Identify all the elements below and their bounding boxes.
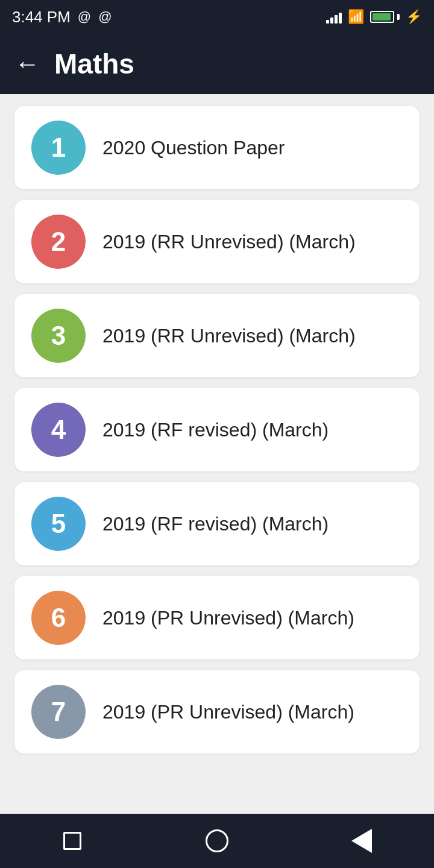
list-item[interactable]: 52019 (RF revised) (March) <box>14 482 420 565</box>
item-label-2: 2019 (RR Unrevised) (March) <box>102 231 356 253</box>
number-circle-3: 3 <box>31 309 86 363</box>
back-button-nav[interactable] <box>344 823 380 859</box>
item-label-5: 2019 (RF revised) (March) <box>102 513 329 535</box>
number-circle-2: 2 <box>31 215 86 269</box>
item-label-1: 2020 Question Paper <box>102 137 285 159</box>
signal-bars-icon <box>326 10 342 24</box>
navigation-bar: ← Maths <box>0 34 434 94</box>
item-label-4: 2019 (RF revised) (March) <box>102 419 329 441</box>
item-label-6: 2019 (PR Unrevised) (March) <box>102 607 354 629</box>
number-circle-7: 7 <box>31 685 86 739</box>
battery-icon <box>370 11 400 23</box>
circle-icon: @ <box>98 9 112 25</box>
time-display: 3:44 PM <box>12 8 71 27</box>
list-item[interactable]: 12020 Question Paper <box>14 106 420 189</box>
square-icon <box>63 832 81 850</box>
home-circle-icon <box>206 829 228 852</box>
page-title: Maths <box>54 48 134 80</box>
lightning-icon: ⚡ <box>406 9 422 25</box>
list-item[interactable]: 32019 (RR Unrevised) (March) <box>14 294 420 377</box>
status-bar-right: 📶 ⚡ <box>326 9 422 25</box>
status-bar: 3:44 PM @ @ 📶 ⚡ <box>0 0 434 34</box>
back-button[interactable]: ← <box>14 51 40 77</box>
list-item[interactable]: 22019 (RR Unrevised) (March) <box>14 200 420 283</box>
bottom-navigation <box>0 814 434 868</box>
number-circle-6: 6 <box>31 591 86 645</box>
list-item[interactable]: 72019 (PR Unrevised) (March) <box>14 670 420 753</box>
home-button[interactable] <box>199 823 235 859</box>
back-triangle-icon <box>351 829 372 853</box>
wifi-icon: 📶 <box>348 9 364 25</box>
at-icon: @ <box>78 9 91 25</box>
item-label-3: 2019 (RR Unrevised) (March) <box>102 325 356 347</box>
content-area: 12020 Question Paper22019 (RR Unrevised)… <box>0 94 434 814</box>
status-bar-left: 3:44 PM @ @ <box>12 8 112 27</box>
number-circle-4: 4 <box>31 403 86 457</box>
recent-apps-button[interactable] <box>54 823 90 859</box>
number-circle-5: 5 <box>31 497 86 551</box>
list-item[interactable]: 42019 (RF revised) (March) <box>14 388 420 471</box>
item-label-7: 2019 (PR Unrevised) (March) <box>102 701 354 723</box>
number-circle-1: 1 <box>31 121 86 175</box>
list-item[interactable]: 62019 (PR Unrevised) (March) <box>14 576 420 659</box>
